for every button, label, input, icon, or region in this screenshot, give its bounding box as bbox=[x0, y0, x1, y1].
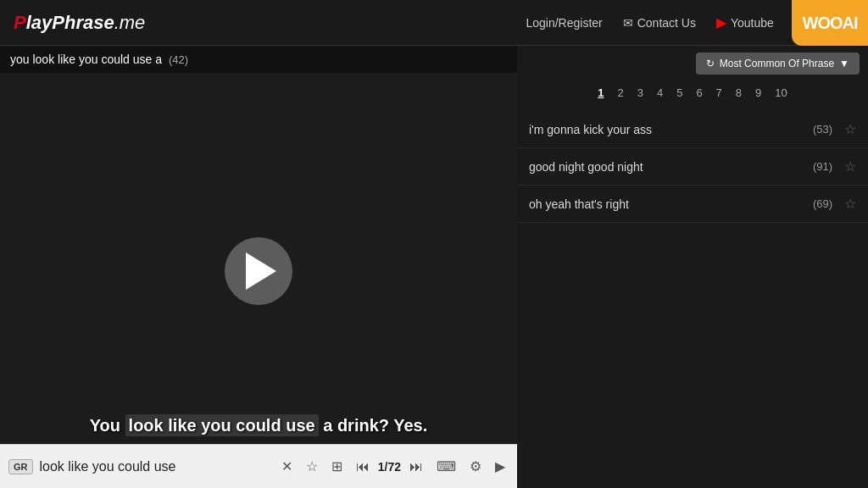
phrase-text: oh yeah that's right bbox=[529, 197, 629, 211]
keyboard-button[interactable]: ⌨ bbox=[433, 455, 459, 478]
pagination-row: 1 2 3 4 5 6 7 8 9 10 bbox=[517, 81, 868, 108]
next-button[interactable]: ⏭ bbox=[406, 456, 426, 478]
prev-button[interactable]: ⏮ bbox=[353, 456, 373, 478]
youtube-icon: ▶ bbox=[716, 14, 726, 30]
page-1[interactable]: 1 bbox=[593, 85, 608, 101]
nav-login[interactable]: Login/Register bbox=[526, 16, 602, 30]
subtitle-before: You bbox=[90, 416, 125, 435]
phrase-count: (53) bbox=[813, 123, 832, 136]
phrase-text: i'm gonna kick your ass bbox=[529, 123, 652, 136]
gr-badge: GR bbox=[8, 459, 33, 474]
video-title-count: (42) bbox=[169, 53, 188, 66]
play-search-button[interactable]: ▶ bbox=[492, 455, 509, 478]
grid-button[interactable]: ⊞ bbox=[328, 455, 346, 478]
phrases-list: i'm gonna kick your ass (53) ☆ good nigh… bbox=[517, 108, 868, 488]
envelope-icon: ✉ bbox=[623, 16, 633, 30]
page-4[interactable]: 4 bbox=[653, 85, 667, 101]
page-2[interactable]: 2 bbox=[613, 85, 627, 101]
nav-controls: ⏮ 1/72 ⏭ bbox=[353, 456, 426, 478]
phrase-text: good night good night bbox=[529, 160, 643, 174]
dropdown-button[interactable]: ↻ Most Common Of Phrase ▼ bbox=[696, 53, 860, 75]
phrase-right: (69) ☆ bbox=[813, 196, 856, 212]
subtitle-after: a drink? Yes. bbox=[319, 416, 428, 435]
header: Play Phrase . me Login/Register ✉ Contac… bbox=[0, 0, 868, 46]
search-bar: GR ✕ ☆ ⊞ ⏮ 1/72 ⏭ ⌨ ⚙ ▶ bbox=[0, 444, 517, 488]
page-8[interactable]: 8 bbox=[732, 85, 746, 101]
page-5[interactable]: 5 bbox=[672, 85, 687, 101]
main-area: you look like you could use a (42) You l… bbox=[0, 46, 868, 488]
nav-youtube[interactable]: ▶ Youtube bbox=[716, 14, 774, 30]
page-6[interactable]: 6 bbox=[692, 85, 706, 101]
star-button[interactable]: ☆ bbox=[303, 455, 321, 478]
wooai-badge: WOOAI bbox=[792, 0, 868, 46]
phrase-count: (91) bbox=[813, 160, 832, 173]
phrase-count: (69) bbox=[813, 197, 832, 210]
logo-p: P bbox=[14, 12, 26, 33]
dropdown-bar: ↻ Most Common Of Phrase ▼ bbox=[517, 46, 868, 81]
video-container: You look like you could use a drink? Yes… bbox=[0, 73, 517, 469]
phrase-right: (91) ☆ bbox=[813, 158, 856, 175]
page-7[interactable]: 7 bbox=[712, 85, 726, 101]
star-icon[interactable]: ☆ bbox=[844, 121, 856, 137]
star-icon[interactable]: ☆ bbox=[844, 196, 856, 212]
page-3[interactable]: 3 bbox=[633, 85, 648, 101]
settings-button[interactable]: ⚙ bbox=[466, 455, 485, 478]
play-icon bbox=[246, 252, 276, 290]
logo: Play Phrase . me bbox=[14, 12, 145, 34]
dropdown-label: Most Common Of Phrase bbox=[720, 58, 834, 69]
logo-lay: lay bbox=[26, 12, 53, 33]
page-9[interactable]: 9 bbox=[751, 85, 765, 101]
video-title-bar: you look like you could use a (42) bbox=[0, 46, 517, 73]
logo-me: me bbox=[120, 12, 146, 34]
search-input[interactable] bbox=[40, 459, 271, 474]
chevron-down-icon: ▼ bbox=[839, 58, 849, 69]
video-panel: you look like you could use a (42) You l… bbox=[0, 46, 517, 488]
logo-phrase: Phrase bbox=[52, 12, 114, 34]
list-item[interactable]: oh yeah that's right (69) ☆ bbox=[517, 186, 868, 223]
page-indicator: 1/72 bbox=[378, 460, 401, 474]
dropdown-icon: ↻ bbox=[706, 58, 715, 69]
right-panel: ↻ Most Common Of Phrase ▼ 1 2 3 4 5 6 7 … bbox=[517, 46, 868, 488]
logo-play: Play bbox=[14, 12, 52, 34]
video-title-text: you look like you could use a bbox=[10, 53, 162, 66]
subtitle-bar: You look like you could use a drink? Yes… bbox=[0, 413, 517, 439]
subtitle-highlighted: look like you could use bbox=[125, 414, 319, 436]
list-item[interactable]: i'm gonna kick your ass (53) ☆ bbox=[517, 111, 868, 148]
clear-button[interactable]: ✕ bbox=[278, 455, 296, 478]
star-icon[interactable]: ☆ bbox=[844, 158, 856, 175]
nav-contact[interactable]: ✉ Contact Us bbox=[623, 16, 696, 30]
list-item[interactable]: good night good night (91) ☆ bbox=[517, 148, 868, 186]
play-button[interactable] bbox=[225, 237, 292, 305]
phrase-right: (53) ☆ bbox=[813, 121, 856, 137]
page-10[interactable]: 10 bbox=[771, 85, 791, 101]
